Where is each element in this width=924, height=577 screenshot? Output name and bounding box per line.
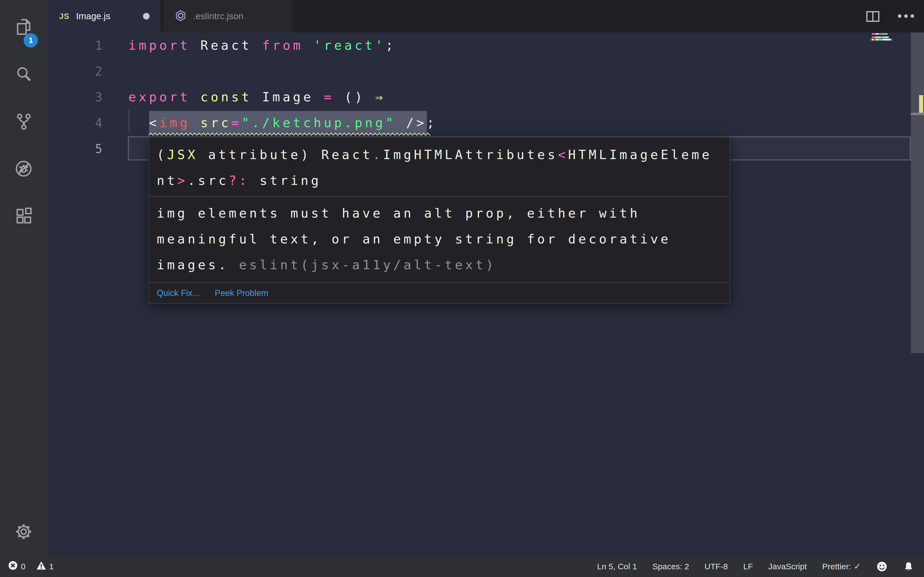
extensions-icon	[14, 206, 33, 227]
code-line-3: 3export const Image = () ⇒	[47, 84, 924, 110]
status-bar: 0 1 Ln 5, Col 1 Spaces: 2 UTF-8 LF JavaS…	[0, 556, 924, 577]
overview-ruler-warning-mark	[919, 95, 923, 113]
quick-fix-link[interactable]: Quick Fix...	[157, 288, 199, 298]
minimap-line	[872, 39, 891, 40]
sidebar-item-extensions[interactable]	[0, 196, 47, 237]
peek-problem-link[interactable]: Peek Problem	[215, 288, 268, 298]
hover-type-signature: (JSX attribute) React.ImgHTMLAttributes<…	[149, 137, 730, 196]
hover-actions: Quick Fix... Peek Problem	[149, 283, 730, 303]
error-icon	[8, 560, 18, 572]
code-line-1: 1import React from 'react';	[47, 32, 924, 58]
code-editor[interactable]: 1import React from 'react';23export cons…	[47, 32, 924, 556]
explorer-badge: 1	[24, 33, 38, 48]
javascript-file-icon: JS	[59, 12, 69, 21]
problems-errors[interactable]: 0	[8, 560, 26, 572]
lint-message-line: images. eslint(jsx-a11y/alt-text)	[157, 252, 722, 278]
error-count: 0	[21, 562, 26, 571]
debug-disabled-icon	[14, 159, 33, 179]
sidebar-item-explorer[interactable]: 1	[0, 7, 47, 48]
split-editor-icon[interactable]	[866, 10, 880, 24]
eslint-file-icon	[174, 9, 187, 23]
warning-count: 1	[49, 562, 54, 571]
tab-bar: JS Image.js .eslintrc.json	[47, 0, 924, 32]
tab-eslintrc-json[interactable]: .eslintrc.json	[163, 0, 292, 32]
code-line-2: 2	[47, 58, 924, 84]
feedback-smiley-icon[interactable]	[876, 561, 888, 572]
hover-lint-message: img elements must have an alt prop, eith…	[149, 197, 730, 282]
hover-type-line: nt>.src?: string	[157, 168, 722, 193]
lint-rule-id: eslint(jsx-a11y/alt-text)	[239, 258, 496, 272]
lint-message-line: img elements must have an alt prop, eith…	[157, 200, 722, 226]
lint-message-tail: images.	[157, 258, 239, 272]
check-icon: ✓	[854, 562, 861, 571]
manage-button[interactable]: 1	[0, 512, 47, 553]
line-number: 2	[47, 64, 102, 78]
tab-label: .eslintrc.json	[193, 11, 243, 21]
indentation[interactable]: Spaces: 2	[652, 562, 689, 571]
hover-type-line: (JSX attribute) React.ImgHTMLAttributes<…	[157, 142, 722, 168]
warning-squiggle	[149, 132, 430, 136]
vertical-scrollbar[interactable]	[911, 32, 924, 353]
tab-label: Image.js	[76, 11, 110, 21]
warning-icon	[36, 560, 47, 572]
search-icon	[14, 64, 33, 85]
prettier-label: Prettier:	[822, 562, 851, 571]
cursor-position[interactable]: Ln 5, Col 1	[597, 562, 637, 571]
line-number: 5	[47, 142, 102, 156]
gear-icon	[14, 522, 33, 542]
sidebar-item-source-control[interactable]	[0, 102, 47, 143]
problems-warnings[interactable]: 1	[36, 560, 54, 572]
more-actions-icon[interactable]	[898, 14, 914, 18]
language-mode[interactable]: JavaScript	[768, 562, 807, 571]
sidebar-item-search[interactable]	[0, 54, 47, 95]
prettier-status[interactable]: Prettier: ✓	[822, 562, 861, 571]
line-number: 4	[47, 116, 102, 130]
code-line-4: 4 <img src="./ketchup.png" />;	[47, 110, 924, 136]
minimap-line	[872, 33, 888, 35]
line-number: 3	[47, 90, 102, 104]
indent-guide	[129, 110, 129, 133]
encoding[interactable]: UTF-8	[704, 562, 728, 571]
minimap-line	[872, 37, 889, 38]
overview-ruler-cursor-mark	[911, 113, 924, 115]
source-control-icon	[14, 112, 33, 132]
lint-message-line: meaningful text, or an empty string for …	[157, 226, 722, 252]
activity-bar: 1	[0, 0, 47, 556]
sidebar-item-debug[interactable]	[0, 149, 47, 190]
eol-sequence[interactable]: LF	[743, 562, 753, 571]
hover-problem-popup: (JSX attribute) React.ImgHTMLAttributes<…	[149, 137, 730, 304]
line-number: 1	[47, 39, 102, 53]
tab-image-js[interactable]: JS Image.js	[47, 0, 161, 32]
dirty-indicator-icon[interactable]	[143, 13, 150, 19]
notifications-bell-icon[interactable]	[903, 561, 914, 572]
